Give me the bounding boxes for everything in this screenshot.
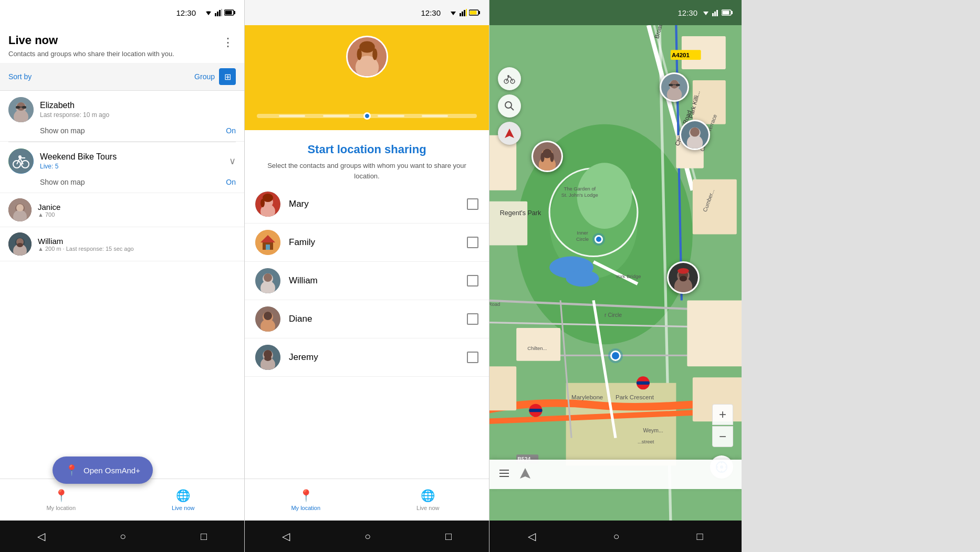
live-now-icon-2: 🌐 [421,489,435,503]
checkbox-mary[interactable] [467,198,478,210]
group-row-bike: Weekend Bike Tours Live: 5 ∨ [8,148,236,174]
sharing-title: Start location sharing [262,143,472,156]
bottom-nav-1: 📍 My location 🌐 Live now [0,479,244,521]
share-name-diane: Diane [289,314,467,324]
show-map-row-elizabeth: Show on map On [40,126,236,135]
osmand-button[interactable]: 📍 Open OsmAnd+ [53,457,153,484]
nav-my-location-1[interactable]: 📍 My location [0,489,122,511]
svg-rect-7 [234,11,235,14]
checkbox-family[interactable] [467,237,478,248]
share-item-diane[interactable]: Diane [245,300,489,338]
map-marker-elizabeth[interactable] [660,72,689,102]
svg-rect-51 [266,245,270,250]
show-map-on-bike[interactable]: On [226,178,236,186]
back-button-3[interactable]: ◁ [528,530,536,543]
nav-button[interactable] [498,122,521,145]
phone1-content: Live now Contacts and groups who share t… [0,25,244,479]
live-now-label-1: Live now [172,505,194,511]
phone3: 12:30 [489,0,742,552]
checkbox-jeremy[interactable] [467,352,478,363]
group-label[interactable]: Group [194,72,215,81]
wifi-icon-3 [702,9,710,16]
phone1-header: Live now Contacts and groups who share t… [0,25,244,63]
contact-info-william-1: William ▲ 200 m · Last response: 15 sec … [38,237,134,252]
avatar-elizabeth [8,97,34,122]
recent-button-3[interactable]: □ [696,530,703,543]
share-item-family[interactable]: Family [245,224,489,262]
live-now-icon-1: 🌐 [176,489,190,503]
svg-rect-99 [687,300,742,366]
svg-rect-33 [466,9,467,16]
svg-point-149 [677,268,689,274]
road-dash-1 [279,115,305,117]
mary-avatar-img [255,192,280,217]
my-location-label-2: My location [291,505,320,511]
avatar-william-2 [255,268,280,293]
cycle-button[interactable] [498,67,521,90]
svg-rect-102 [529,409,542,412]
checkbox-william-2[interactable] [467,275,478,286]
battery-icon-2 [469,9,481,16]
avatar-family [255,230,280,255]
nav-live-now-2[interactable]: 🌐 Live now [367,489,489,511]
svg-text:Marylebone: Marylebone [571,394,603,400]
svg-text:r Circle: r Circle [604,312,622,318]
svg-text:A4201: A4201 [672,52,690,58]
zoom-out-button[interactable]: − [712,426,733,447]
zoom-in-button[interactable]: + [712,404,733,425]
svg-rect-13 [16,106,20,109]
svg-point-47 [260,199,265,207]
road-dash-3 [378,115,404,117]
home-button-1[interactable]: ○ [120,530,126,543]
page-title: Live now [8,34,174,47]
share-item-jeremy[interactable]: Jeremy [245,338,489,377]
map-marker-janice-img [533,141,561,172]
map-marker-man2[interactable] [667,261,700,294]
search-icon [504,100,515,112]
map-marker-man1-img [681,120,708,150]
nav-my-location-2[interactable]: 📍 My location [245,489,367,511]
page-subtitle: Contacts and groups who share their loca… [8,49,174,59]
phone2-title: Start location sharing Select the contac… [245,130,489,185]
diane-avatar-img [255,306,280,332]
search-button[interactable] [498,94,521,118]
direction-button[interactable] [519,467,531,482]
sort-label[interactable]: Sort by [8,72,32,81]
recent-button-1[interactable]: □ [201,530,207,543]
nav-live-now-1[interactable]: 🌐 Live now [122,489,245,511]
svg-rect-132 [676,84,680,86]
share-item-william-2[interactable]: William [245,262,489,300]
svg-text:York Bridge: York Bridge [616,273,641,279]
map-bottom-toolbar [489,460,742,489]
user-location-dot-2 [610,351,621,361]
home-button-2[interactable]: ○ [364,530,371,543]
contact-item-janice: Janice ▲ 700 [0,193,244,227]
svg-point-64 [264,356,272,361]
svg-text:Regent's Park: Regent's Park [500,209,541,217]
contact-item-elizabeth: Elizabeth Last response: 10 m ago Show o… [0,91,244,142]
avatar-elizabeth-img [8,97,34,122]
william-avatar-img [8,232,32,256]
group-view-icon[interactable]: ⊞ [219,68,236,85]
svg-rect-32 [464,10,465,16]
checkbox-diane[interactable] [467,313,478,325]
back-button-1[interactable]: ◁ [37,530,45,543]
map-marker-man1[interactable] [680,120,710,150]
contact-info-janice: Janice ▲ 700 [38,203,60,218]
map-area[interactable]: A4201 B524 Broad Walk Park Killi... Ches… [489,25,742,521]
share-name-william-2: William [289,275,467,286]
chevron-icon[interactable]: ∨ [229,155,236,167]
hamburger-button[interactable] [498,467,510,482]
map-marker-janice[interactable] [531,141,563,172]
show-map-on[interactable]: On [226,126,236,135]
home-button-3[interactable]: ○ [613,530,619,543]
status-bar-3: 12:30 [489,0,742,25]
svg-rect-36 [470,11,477,15]
back-button-2[interactable]: ◁ [282,530,290,543]
svg-rect-68 [716,10,718,16]
battery-icon-3 [722,9,733,16]
menu-button[interactable]: ⋮ [220,34,236,51]
recent-button-2[interactable]: □ [445,530,452,543]
share-item-mary[interactable]: Mary [245,185,489,224]
svg-text:Chilten...: Chilten... [527,345,547,351]
